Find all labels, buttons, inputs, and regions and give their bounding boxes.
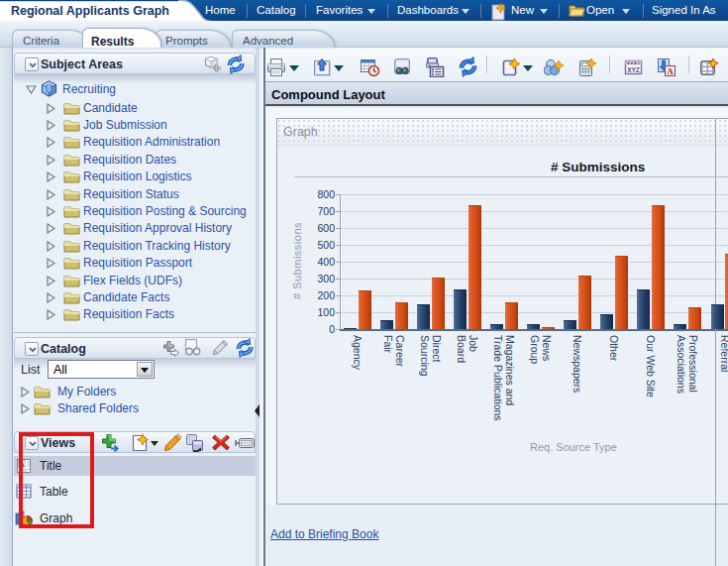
svg-text:A: A	[667, 66, 674, 76]
svg-text:XYZ: XYZ	[627, 66, 640, 73]
